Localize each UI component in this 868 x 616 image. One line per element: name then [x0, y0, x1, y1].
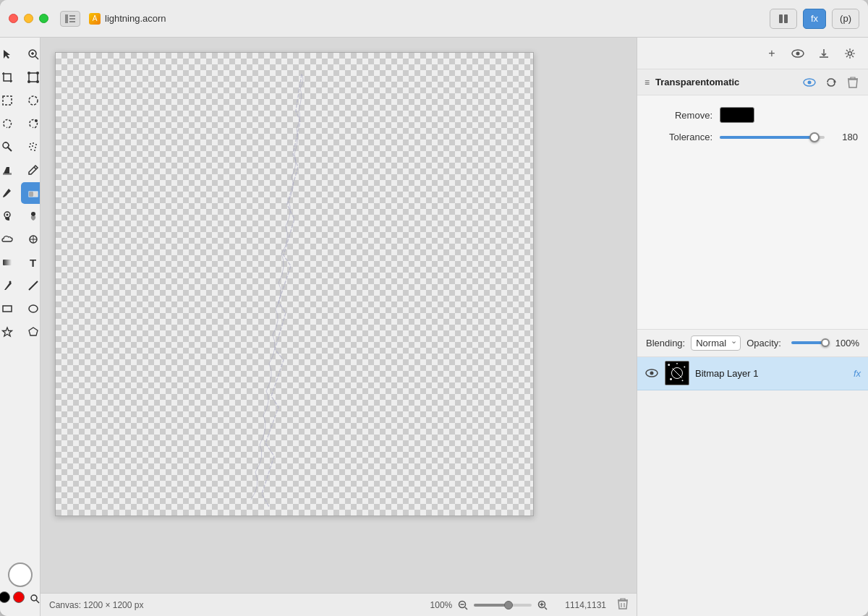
opacity-slider-thumb[interactable]: [821, 338, 830, 347]
eraser-tool[interactable]: [21, 182, 41, 204]
polygon-tool[interactable]: [21, 321, 41, 343]
text-tool[interactable]: T: [21, 252, 41, 273]
remove-color-swatch[interactable]: [720, 107, 754, 123]
tolerance-label: Tolerance:: [647, 132, 712, 142]
layer-name: Bitmap Layer 1: [695, 368, 848, 379]
zoom-in-button[interactable]: [536, 599, 549, 612]
svg-marker-47: [29, 328, 38, 335]
pencil-tool[interactable]: [21, 159, 41, 181]
canvas-scroll-area[interactable]: [41, 38, 637, 593]
transform-tool[interactable]: [21, 67, 41, 88]
fx-button[interactable]: fx: [803, 9, 826, 29]
rect-shape-tool[interactable]: [0, 298, 20, 320]
sidebar-toggle-button[interactable]: [60, 11, 80, 27]
filter-header: ≡ Transparentomatic: [637, 69, 868, 95]
star-tool[interactable]: [0, 321, 20, 343]
svg-point-17: [35, 119, 38, 122]
paint-bucket-tool[interactable]: [0, 159, 20, 181]
lightning-svg: [56, 53, 533, 516]
svg-point-36: [6, 214, 8, 216]
zoom-level-label: 100%: [430, 600, 453, 610]
lasso-tool[interactable]: [0, 113, 20, 134]
panel-settings-button[interactable]: [841, 44, 859, 63]
filter-reset-button[interactable]: [823, 74, 839, 90]
svg-rect-3: [69, 21, 75, 22]
add-filter-button[interactable]: +: [762, 44, 781, 63]
minimize-button[interactable]: [24, 14, 33, 23]
layer-visibility-button[interactable]: [644, 368, 659, 378]
vector-pen-tool[interactable]: [0, 275, 20, 296]
arrow-tool[interactable]: [0, 43, 20, 65]
left-toolbar: T: [0, 38, 41, 616]
cloud-tool[interactable]: [0, 228, 20, 250]
zoom-tool[interactable]: [21, 43, 41, 65]
svg-point-45: [29, 305, 38, 312]
title-bar: A lightning.acorn fx (p): [0, 0, 868, 38]
svg-point-27: [35, 147, 36, 148]
tools-button[interactable]: [770, 9, 797, 29]
maximize-button[interactable]: [39, 14, 48, 23]
stamp-tool[interactable]: [0, 205, 20, 227]
svg-rect-5: [784, 14, 788, 23]
canvas-wrapper: Canvas: 1200 × 1200 px 100% 1114,1131: [41, 38, 637, 616]
opacity-slider[interactable]: [791, 341, 825, 344]
oval-shape-tool[interactable]: [21, 298, 41, 320]
zoom-slider[interactable]: [474, 604, 532, 607]
blending-select[interactable]: Normal Multiply Screen Overlay: [691, 335, 741, 351]
smudge-tool[interactable]: [21, 205, 41, 227]
svg-line-52: [465, 607, 467, 609]
magic-wand-tool[interactable]: [0, 136, 20, 158]
spray-select-tool[interactable]: [21, 136, 41, 158]
panel-toolbar: +: [637, 38, 868, 69]
svg-point-23: [33, 142, 34, 144]
zoom-magnifier-btn[interactable]: [27, 591, 41, 606]
red-swatch[interactable]: [13, 591, 25, 603]
dodge-tool[interactable]: [21, 228, 41, 250]
svg-rect-1: [69, 15, 75, 17]
brush-tool[interactable]: [0, 182, 20, 204]
svg-point-11: [27, 72, 30, 74]
zoom-slider-thumb[interactable]: [504, 601, 513, 609]
svg-point-76: [676, 363, 678, 364]
canvas-size-label: Canvas: 1200 × 1200 px: [49, 600, 143, 610]
filter-section: ≡ Transparentomatic: [637, 69, 868, 329]
visibility-button[interactable]: [788, 44, 807, 63]
filter-delete-button[interactable]: [845, 74, 861, 90]
app-icon: A: [89, 13, 101, 25]
svg-rect-15: [3, 96, 12, 105]
gradient-tool[interactable]: [0, 252, 20, 273]
rect-select-tool[interactable]: [0, 90, 20, 111]
color-preview[interactable]: [8, 562, 33, 587]
tolerance-slider-thumb[interactable]: [809, 132, 820, 142]
svg-line-49: [36, 600, 39, 603]
black-swatch[interactable]: [0, 591, 10, 603]
layer-item[interactable]: Bitmap Layer 1 fx: [637, 357, 868, 390]
filter-collapse-icon[interactable]: ≡: [644, 77, 650, 87]
export-button[interactable]: [814, 44, 833, 63]
tolerance-value: 180: [832, 132, 858, 142]
crop-tool[interactable]: [0, 67, 20, 88]
tolerance-slider-fill: [720, 136, 814, 139]
blending-select-wrapper[interactable]: Normal Multiply Screen Overlay: [691, 335, 741, 351]
zoom-out-button[interactable]: [456, 599, 469, 612]
svg-point-72: [668, 364, 670, 366]
trash-button[interactable]: [618, 598, 628, 612]
opacity-value: 100%: [835, 338, 859, 348]
filter-visibility-button[interactable]: [801, 74, 817, 90]
svg-line-56: [545, 607, 547, 609]
traffic-lights: [9, 14, 48, 23]
close-button[interactable]: [9, 14, 18, 23]
line-tool[interactable]: [21, 275, 41, 296]
magic-lasso-tool[interactable]: [21, 113, 41, 134]
svg-line-7: [35, 56, 38, 59]
tolerance-slider[interactable]: [720, 136, 825, 139]
layer-fx-button[interactable]: fx: [854, 368, 861, 379]
svg-rect-34: [33, 192, 38, 197]
p-button[interactable]: (p): [832, 9, 859, 29]
remove-label: Remove:: [647, 110, 712, 121]
svg-point-16: [29, 96, 38, 105]
ellipse-select-tool[interactable]: [21, 90, 41, 111]
svg-rect-10: [29, 73, 38, 82]
canvas-coords: 1114,1131: [565, 600, 606, 610]
svg-rect-4: [779, 14, 783, 23]
